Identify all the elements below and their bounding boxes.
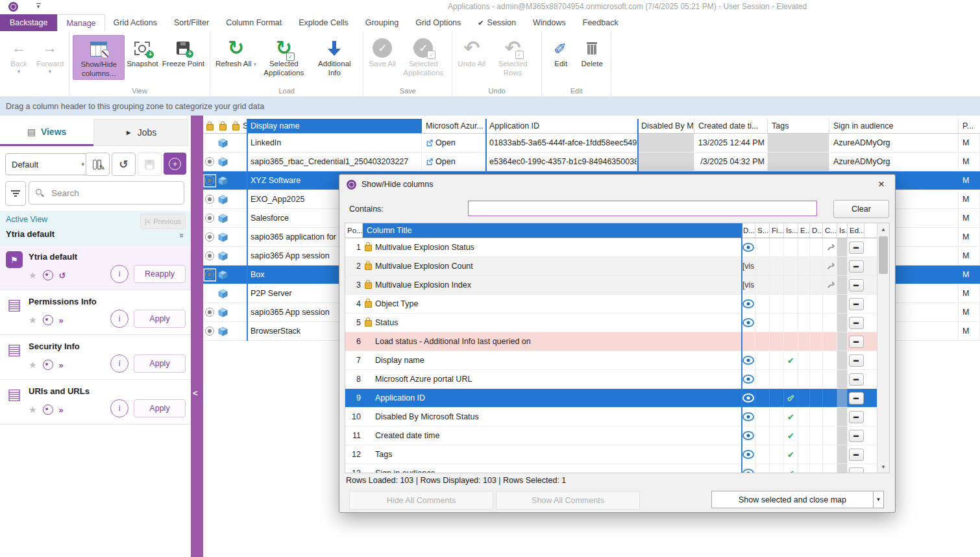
save-all-button[interactable]: Save All (367, 35, 398, 70)
ellipsis-button[interactable] (849, 449, 864, 461)
manage-views-button[interactable] (86, 153, 110, 176)
star-icon[interactable] (29, 360, 37, 370)
clear-button[interactable]: Clear (833, 200, 889, 218)
eye-visible-icon[interactable] (742, 469, 754, 473)
freeze-point-button[interactable]: Freeze Point (160, 35, 206, 70)
view-scope-select[interactable]: Default (5, 153, 91, 175)
apply-view-button[interactable]: Reapply (134, 265, 186, 283)
check-icon[interactable] (787, 431, 794, 441)
column-row[interactable]: 6 Load status - Additional Info last que… (345, 332, 889, 351)
view-card[interactable]: Security Info Apply (0, 335, 191, 380)
narrow-column-header[interactable]: E... (798, 223, 810, 238)
star-icon[interactable] (29, 315, 37, 325)
ribbon-tab[interactable]: Grid Actions (105, 14, 165, 31)
edit-button[interactable]: Edit (545, 35, 576, 70)
column-header-azure-url[interactable]: Microsoft Azur... (422, 119, 485, 133)
ribbon-tab[interactable]: Grouping (357, 14, 407, 31)
column-header-display-name[interactable]: Display name (247, 119, 422, 133)
ribbon-tab[interactable]: Manage (57, 14, 104, 31)
check-icon[interactable] (787, 393, 794, 403)
eye-visible-icon[interactable] (742, 318, 754, 327)
ellipsis-button[interactable] (849, 411, 864, 423)
column-header-s[interactable]: S (242, 119, 247, 133)
load-selected-applications-button[interactable]: Selected Applications (258, 35, 309, 79)
radio-target-icon[interactable] (205, 157, 214, 166)
check-icon[interactable] (787, 450, 794, 460)
lock-column-header[interactable] (216, 119, 229, 133)
ellipsis-button[interactable] (849, 241, 864, 254)
info-button[interactable] (110, 354, 129, 373)
ellipsis-button[interactable] (849, 392, 864, 404)
column-row[interactable]: 1 Multivalue Explosion Status (345, 238, 889, 257)
show-hide-columns-button[interactable]: Show/Hide columns... (73, 35, 125, 80)
collapse-chevrons-icon[interactable] (177, 233, 187, 238)
eye-visible-icon[interactable] (742, 375, 754, 384)
column-row[interactable]: 8 Microsoft Azure portal URL (345, 370, 889, 389)
apply-view-button[interactable]: Apply (134, 399, 186, 417)
narrow-column-header[interactable]: S... (755, 223, 770, 238)
narrow-column-header[interactable]: Fi... (770, 223, 784, 238)
back-dropdown-icon[interactable] (18, 69, 21, 74)
open-link[interactable]: Open (426, 157, 456, 166)
scroll-down-icon[interactable]: ▼ (877, 461, 889, 473)
additional-info-button[interactable]: Additional Info (309, 35, 360, 79)
check-icon[interactable] (787, 412, 794, 422)
lock-column-header[interactable] (229, 119, 242, 133)
ellipsis-button[interactable] (849, 336, 864, 348)
wrench-icon[interactable] (826, 262, 835, 271)
show-selected-close-button[interactable]: Show selected and close map (711, 491, 874, 508)
ellipsis-button[interactable] (849, 279, 864, 291)
narrow-column-header[interactable]: D... (741, 223, 755, 238)
column-row[interactable]: 13 Sign in audience (345, 464, 889, 473)
radio-target-icon[interactable] (205, 232, 214, 241)
eye-visible-icon[interactable] (742, 431, 754, 440)
column-row[interactable]: 9 Application ID (345, 389, 889, 408)
wrench-icon[interactable] (826, 243, 835, 252)
radio-target-icon[interactable] (205, 195, 214, 204)
radio-target-icon[interactable] (205, 308, 214, 317)
column-row[interactable]: 3 Multivalue Explosion Index [vis (345, 276, 889, 295)
eye-visible-icon[interactable] (742, 393, 754, 402)
refresh-all-button[interactable]: Refresh All (214, 35, 258, 70)
ellipsis-button[interactable] (849, 354, 864, 367)
close-icon[interactable] (874, 177, 888, 192)
ellipsis-button[interactable] (849, 317, 864, 329)
forward-button[interactable]: Forward (34, 35, 66, 75)
column-row[interactable]: 7 Display name (345, 351, 889, 370)
column-header-application-id[interactable]: Application ID (485, 119, 637, 133)
check-icon[interactable] (787, 356, 794, 365)
star-icon[interactable] (29, 404, 37, 415)
show-all-comments-button[interactable]: Show All Comments (496, 491, 640, 510)
ribbon-tab[interactable]: Session (469, 14, 524, 31)
ellipsis-button[interactable] (849, 430, 864, 442)
forward-dropdown-icon[interactable] (49, 69, 52, 74)
column-row[interactable]: 10 Disabled By Microsoft Status (345, 408, 889, 427)
view-card[interactable]: Ytria default Reapply (0, 245, 191, 290)
eye-visible-icon[interactable] (742, 243, 754, 252)
apply-view-button[interactable]: Apply (134, 310, 186, 328)
radio-target-icon[interactable] (205, 176, 214, 185)
tab-views[interactable]: Views (0, 119, 93, 146)
ribbon-tab[interactable]: Column Format (217, 14, 290, 31)
column-row[interactable]: 11 Created date time (345, 427, 889, 445)
open-link[interactable]: Open (426, 138, 456, 147)
snapshot-button[interactable]: Snapshot (125, 35, 160, 70)
dialog-scrollbar[interactable]: ▲ ▼ (877, 223, 889, 473)
eye-visible-icon[interactable] (742, 450, 754, 459)
info-button[interactable] (110, 265, 129, 283)
quick-access-toolbar-icon[interactable] (35, 3, 42, 10)
info-button[interactable] (110, 310, 129, 328)
ribbon-tab[interactable]: Explode Cells (290, 14, 356, 31)
ribbon-tab[interactable]: Feedback (574, 14, 627, 31)
eye-visible-icon[interactable] (742, 299, 754, 308)
ellipsis-button[interactable] (849, 260, 864, 273)
undo-selected-rows-button[interactable]: Selected Rows (487, 35, 538, 79)
wrench-icon[interactable] (826, 280, 835, 290)
radio-target-icon[interactable] (205, 251, 214, 260)
radio-target-icon[interactable] (205, 270, 214, 279)
check-icon[interactable] (787, 469, 794, 474)
column-row[interactable]: 5 Status (345, 314, 889, 332)
ribbon-tab[interactable]: Grid Options (407, 14, 469, 31)
hide-all-comments-button[interactable]: Hide All Comments (349, 491, 493, 510)
table-row[interactable]: LinkedIn Open 01833ab5-3a65-444f-afce-1f… (203, 134, 980, 153)
